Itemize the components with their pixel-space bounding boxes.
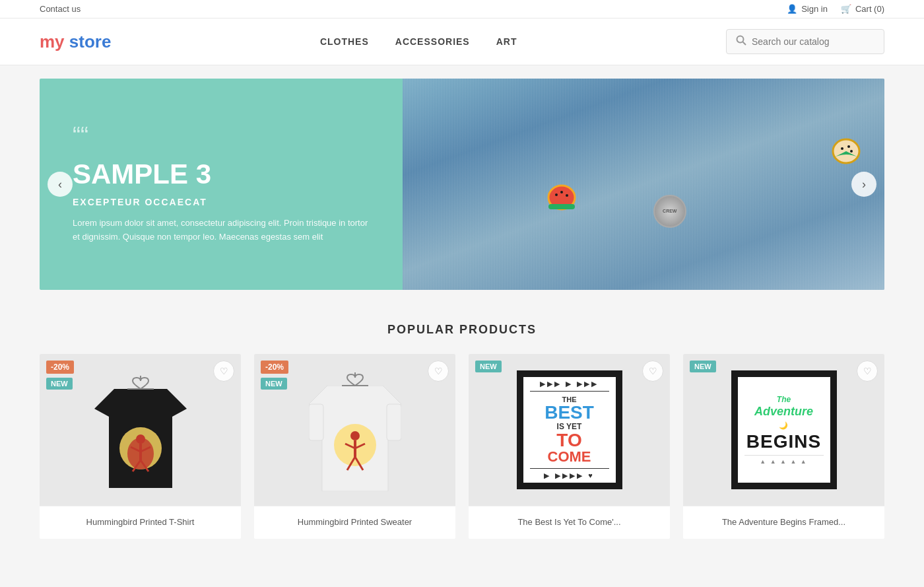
carousel: ““ SAMPLE 3 EXCEPTEUR OCCAECAT Lorem ips… <box>40 79 884 290</box>
pin-watermelon-left <box>547 184 576 211</box>
product-info-2: Hummingbird Printed Sweater <box>254 506 455 539</box>
main-nav: CLOTHES ACCESSORIES ART <box>320 36 517 47</box>
logo[interactable]: my store <box>40 32 111 52</box>
product-name-1: Hummingbird Printed T-Shirt <box>86 517 195 527</box>
header: my store CLOTHES ACCESSORIES ART <box>0 18 924 65</box>
search-input[interactable] <box>752 36 874 47</box>
signin-link[interactable]: 👤 Sign in <box>787 4 828 14</box>
poster1-top-line: ▶▶▶ ▶ ▶▶▶ <box>530 380 609 392</box>
slide-description: Lorem ipsum dolor sit amet, consectetur … <box>73 217 370 244</box>
wishlist-btn-2[interactable]: ♡ <box>428 361 449 382</box>
logo-store: store <box>69 32 112 52</box>
poster2-the: The <box>777 395 791 405</box>
carousel-inner: ““ SAMPLE 3 EXCEPTEUR OCCAECAT Lorem ips… <box>40 79 884 290</box>
poster1-come: COME <box>548 450 591 464</box>
poster2-adventure: Adventure <box>754 405 813 419</box>
product-image-3: NEW ♡ ▶▶▶ ▶ ▶▶▶ THE BEST IS YET TO COME … <box>469 354 670 506</box>
product-image-2: -20% NEW ♡ <box>254 354 455 506</box>
logo-my: my <box>40 32 65 52</box>
svg-rect-26 <box>387 404 401 440</box>
product-card-3[interactable]: NEW ♡ ▶▶▶ ▶ ▶▶▶ THE BEST IS YET TO COME … <box>469 354 670 539</box>
products-grid: -20% NEW ♡ <box>40 354 884 539</box>
contact-us-link[interactable]: Contact us <box>40 4 81 14</box>
product-info-4: The Adventure Begins Framed... <box>683 506 884 539</box>
svg-point-17 <box>136 434 145 444</box>
pin-watermelon-right <box>832 138 861 164</box>
hanger-icon-2 <box>335 371 375 391</box>
tshirt-visual-2 <box>309 366 401 494</box>
svg-point-6 <box>560 191 563 193</box>
search-bar <box>726 29 884 54</box>
poster2-begins: BEGINS <box>746 432 821 451</box>
product-card-4[interactable]: NEW ♡ The Adventure 🌙 BEGINS ▲ ▲ ▲ ▲ ▲ T… <box>683 354 884 539</box>
wishlist-btn-1[interactable]: ♡ <box>213 361 234 382</box>
poster2-moon: 🌙 <box>779 421 789 430</box>
poster-visual-2: The Adventure 🌙 BEGINS ▲ ▲ ▲ ▲ ▲ <box>731 370 837 489</box>
hanger-icon-1 <box>121 374 160 394</box>
search-icon <box>736 35 746 48</box>
slide-subtitle: EXCEPTEUR OCCAECAT <box>73 197 370 207</box>
svg-point-0 <box>737 36 743 43</box>
wishlist-btn-4[interactable]: ♡ <box>857 361 878 382</box>
svg-rect-4 <box>548 204 575 209</box>
badge-new-4: NEW <box>690 361 716 372</box>
product-info-1: Hummingbird Printed T-Shirt <box>40 506 241 539</box>
cart-link[interactable]: 🛒 Cart (0) <box>841 4 884 14</box>
top-bar: Contact us 👤 Sign in 🛒 Cart (0) <box>0 0 924 18</box>
poster1-bottom-line: ▶ ▶▶▶▶ ♥ <box>530 468 609 480</box>
poster2-sub: ▲ ▲ ▲ ▲ ▲ <box>744 455 824 465</box>
slide-title: SAMPLE 3 <box>73 158 370 190</box>
product-image-1: -20% NEW ♡ <box>40 354 241 506</box>
carousel-next-button[interactable]: › <box>851 172 876 197</box>
carousel-slide: ““ SAMPLE 3 EXCEPTEUR OCCAECAT Lorem ips… <box>40 79 884 290</box>
badge-new-2: NEW <box>261 378 287 390</box>
tshirt-shape-2 <box>309 386 401 494</box>
tshirt-svg-1 <box>94 389 187 488</box>
poster-visual-1: ▶▶▶ ▶ ▶▶▶ THE BEST IS YET TO COME ▶ ▶▶▶▶… <box>517 370 622 489</box>
top-bar-right: 👤 Sign in 🛒 Cart (0) <box>787 4 884 14</box>
product-card-1[interactable]: -20% NEW ♡ <box>40 354 241 539</box>
popular-products-title: POPULAR PRODUCTS <box>40 323 884 337</box>
badge-discount-2: -20% <box>261 361 288 374</box>
svg-point-12 <box>850 150 853 153</box>
cart-icon: 🛒 <box>841 4 851 14</box>
badge-discount-1: -20% <box>46 361 74 374</box>
badge-new-1: NEW <box>46 378 73 390</box>
tshirt-shape-1 <box>94 389 187 491</box>
product-name-4: The Adventure Begins Framed... <box>722 517 845 527</box>
product-name-2: Hummingbird Printed Sweater <box>298 517 412 527</box>
slide-left: ““ SAMPLE 3 EXCEPTEUR OCCAECAT Lorem ips… <box>40 79 403 290</box>
tshirt-visual-1 <box>94 369 187 491</box>
svg-point-11 <box>847 145 850 148</box>
badge-new-3: NEW <box>475 361 502 372</box>
carousel-prev-button[interactable]: ‹ <box>48 172 73 197</box>
svg-point-10 <box>841 147 843 150</box>
product-image-4: NEW ♡ The Adventure 🌙 BEGINS ▲ ▲ ▲ ▲ ▲ <box>683 354 884 506</box>
poster1-to: TO <box>556 431 581 450</box>
svg-point-5 <box>555 193 558 196</box>
quote-icon: ““ <box>73 124 370 148</box>
svg-rect-25 <box>309 404 323 440</box>
product-card-2[interactable]: -20% NEW ♡ <box>254 354 455 539</box>
nav-accessories[interactable]: ACCESSORIES <box>395 36 470 47</box>
user-icon: 👤 <box>787 4 797 14</box>
product-info-3: The Best Is Yet To Come'... <box>469 506 670 539</box>
denim-texture <box>403 79 884 290</box>
svg-point-28 <box>350 431 360 440</box>
wishlist-btn-3[interactable]: ♡ <box>642 361 663 382</box>
product-name-3: The Best Is Yet To Come'... <box>517 517 620 527</box>
tshirt-svg-2 <box>309 386 401 491</box>
logo-space <box>65 32 69 52</box>
crew-button: CREW <box>653 195 686 228</box>
nav-clothes[interactable]: CLOTHES <box>320 36 369 47</box>
svg-point-7 <box>566 194 568 197</box>
slide-right: CREW <box>403 79 884 290</box>
svg-line-1 <box>742 42 746 46</box>
poster1-best: BEST <box>544 403 594 422</box>
denim-visual: CREW <box>403 79 884 290</box>
nav-art[interactable]: ART <box>496 36 517 47</box>
popular-products-section: POPULAR PRODUCTS -20% NEW ♡ <box>0 303 924 565</box>
